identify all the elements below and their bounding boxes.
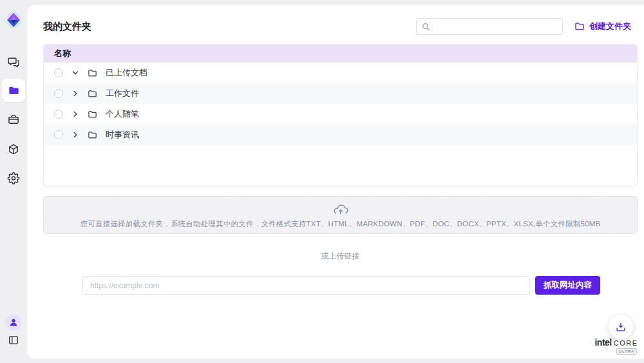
intel-product-text: CORE [614,340,638,347]
download-fab-button[interactable] [609,315,633,339]
sidebar-item-settings[interactable] [8,172,20,184]
folder-icon [88,68,97,78]
chevron-right-icon[interactable] [71,131,79,139]
intel-ultra-badge: ULTRA [616,348,637,355]
folder-row[interactable]: 工作文件 [44,83,637,104]
folder-name: 已上传文档 [106,67,147,79]
folder-plus-icon [574,21,585,32]
folder-icon [8,84,20,97]
row-checkbox[interactable] [54,130,63,139]
row-checkbox[interactable] [54,68,63,77]
folder-name: 个人随笔 [106,108,139,120]
folder-table: 名称 已上传文档 工作文件 [43,44,638,186]
table-header-row: 名称 [44,44,637,63]
upload-dropzone[interactable]: 您可直接选择加载文件夹，系统自动处理其中的文件，文件格式支持TXT、HTML、M… [43,196,638,234]
create-folder-button[interactable]: 创建文件夹 [574,21,631,32]
column-header-name: 名称 [54,48,71,59]
url-input[interactable] [82,276,530,295]
create-folder-label: 创建文件夹 [589,21,631,32]
row-checkbox[interactable] [54,110,63,119]
or-upload-link-label: 或上传链接 [43,251,638,262]
intel-core-ultra-logo: intel CORE ULTRA [593,338,639,355]
search-input[interactable] [434,22,557,31]
folder-icon [88,89,97,99]
avatar-icon [8,317,19,328]
chevron-right-icon[interactable] [71,90,79,97]
sidebar-item-toolbox[interactable] [8,113,20,126]
search-icon [422,23,430,31]
search-box[interactable] [416,18,563,35]
fetch-url-button[interactable]: 抓取网址内容 [535,276,600,295]
upload-hint-text: 您可直接选择加载文件夹，系统自动处理其中的文件，文件格式支持TXT、HTML、M… [80,219,601,229]
folder-icon [88,130,97,140]
chevron-down-icon[interactable] [71,69,79,77]
folder-row[interactable]: 已上传文档 [44,63,637,83]
cube-icon [8,143,20,155]
collapse-sidebar-button[interactable] [8,335,19,346]
sidebar-item-chat[interactable] [8,56,20,68]
user-avatar[interactable] [5,314,22,331]
folder-name: 时事资讯 [106,129,139,141]
panel-collapse-icon [8,335,19,346]
main-content: 我的文件夹 创建文件夹 名称 已上传文档 [27,5,644,358]
intel-brand-text: intel [594,338,611,347]
folder-name: 工作文件 [106,88,139,99]
gear-icon [8,172,20,184]
page-header: 我的文件夹 创建文件夹 [43,13,638,40]
sidebar-item-cube[interactable] [8,143,20,155]
cloud-upload-icon [333,202,348,217]
chat-icon [8,56,20,68]
link-upload-row: 抓取网址内容 [82,276,600,295]
briefcase-icon [8,113,20,126]
gem-diamond-icon [3,9,24,31]
download-icon [615,321,627,333]
folder-icon [88,110,97,119]
folder-row[interactable]: 时事资讯 [44,124,637,145]
left-sidebar [0,0,27,363]
chevron-right-icon[interactable] [71,110,79,118]
sidebar-item-folders-active[interactable] [2,79,25,102]
page-title: 我的文件夹 [43,21,91,33]
row-checkbox[interactable] [54,89,63,98]
folder-row[interactable]: 个人随笔 [44,104,637,124]
app-logo[interactable] [2,8,25,32]
